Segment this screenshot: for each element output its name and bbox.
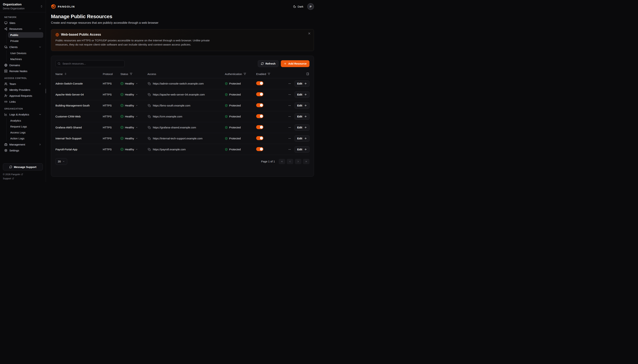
edit-label: Edit xyxy=(297,104,302,107)
sort-name-button[interactable] xyxy=(64,72,67,76)
status-dropdown[interactable]: Healthy xyxy=(120,137,138,140)
row-menu-button[interactable] xyxy=(287,125,292,130)
add-resource-button[interactable]: Add Resource xyxy=(281,60,309,67)
chevron-down-icon xyxy=(136,148,138,150)
enabled-toggle[interactable] xyxy=(256,136,263,140)
sidebar-resize-handle[interactable] xyxy=(45,89,46,93)
sidebar-item-links[interactable]: Links xyxy=(3,99,43,105)
sidebar-item-public[interactable]: Public xyxy=(8,32,43,38)
copy-url-button[interactable] xyxy=(147,137,151,140)
status-dropdown[interactable]: Healthy xyxy=(120,82,138,85)
status-dropdown[interactable]: Healthy xyxy=(120,126,138,129)
first-page-button[interactable] xyxy=(279,159,285,164)
enabled-toggle[interactable] xyxy=(256,147,263,151)
filter-authentication-button[interactable] xyxy=(243,72,246,76)
row-actions: Edit xyxy=(285,124,309,131)
last-page-button[interactable] xyxy=(303,159,309,164)
table-body: Admin-Switch-Console HTTPS Healthy xyxy=(56,78,309,155)
prev-page-button[interactable] xyxy=(287,159,293,164)
external-link-icon xyxy=(21,173,23,175)
page-size-select[interactable]: 20 xyxy=(56,158,67,165)
edit-button[interactable]: Edit xyxy=(294,135,309,142)
resource-url[interactable]: https://internal-tech-support.example.co… xyxy=(153,137,202,140)
status-dropdown[interactable]: Healthy xyxy=(120,93,138,96)
enabled-toggle[interactable] xyxy=(256,103,263,107)
sidebar-item-approval-requests[interactable]: Approval Requests xyxy=(3,93,43,99)
sidebar-item-user-devices[interactable]: User Devices xyxy=(8,50,43,56)
status-dropdown[interactable]: Healthy xyxy=(120,148,138,151)
filter-enabled-button[interactable] xyxy=(267,72,270,76)
enabled-toggle[interactable] xyxy=(256,114,263,118)
copy-url-button[interactable] xyxy=(147,104,151,107)
resource-url[interactable]: https://bms-south.example.com xyxy=(153,104,190,107)
banner-close-button[interactable] xyxy=(308,32,311,36)
copyright-link[interactable]: © 2026 Pangolin xyxy=(3,173,43,176)
sidebar-item-action-logs[interactable]: Action Logs xyxy=(8,136,43,141)
org-name: Demo Organization xyxy=(3,7,39,10)
org-switcher[interactable]: Organization Demo Organization xyxy=(0,0,46,12)
resource-protocol: HTTPS xyxy=(103,93,120,96)
filter-status-button[interactable] xyxy=(129,72,133,76)
row-menu-button[interactable] xyxy=(287,82,292,86)
sidebar-item-sites[interactable]: Sites xyxy=(3,20,43,26)
chevrons-left-icon xyxy=(281,160,283,163)
shield-check-icon xyxy=(225,104,228,107)
enabled-toggle[interactable] xyxy=(256,92,263,96)
status-dropdown[interactable]: Healthy xyxy=(120,104,138,107)
message-support-button[interactable]: Message Support xyxy=(3,163,43,170)
row-menu-button[interactable] xyxy=(287,114,292,119)
page-subtitle: Create and manage resources that are pub… xyxy=(51,21,314,24)
row-menu-button[interactable] xyxy=(287,147,292,152)
copy-url-button[interactable] xyxy=(147,115,151,118)
sidebar-item-domains[interactable]: Domains xyxy=(3,62,43,68)
sidebar-item-private[interactable]: Private xyxy=(8,38,43,44)
sidebar-item-clients[interactable]: Clients xyxy=(3,44,43,50)
support-link[interactable]: Support xyxy=(3,177,43,180)
status-dropdown[interactable]: Healthy xyxy=(120,115,138,118)
row-menu-button[interactable] xyxy=(287,104,292,108)
resource-url[interactable]: https://payroll.example.com xyxy=(153,148,186,151)
edit-button[interactable]: Edit xyxy=(294,124,309,131)
status-label: Healthy xyxy=(125,115,134,118)
header-protocol: Protocol xyxy=(103,72,120,76)
row-menu-button[interactable] xyxy=(287,136,292,141)
edit-button[interactable]: Edit xyxy=(294,91,309,98)
message-support-label: Message Support xyxy=(14,166,36,168)
search-input[interactable] xyxy=(56,60,125,67)
sidebar-item-management[interactable]: Management xyxy=(3,142,43,148)
enabled-toggle[interactable] xyxy=(256,81,263,85)
resource-url[interactable]: https://crm.example.com xyxy=(153,115,182,118)
resource-name: Building-Management-South xyxy=(56,104,103,107)
shield-check-icon xyxy=(225,82,228,85)
user-avatar[interactable]: P xyxy=(307,3,314,10)
resource-url[interactable]: https://grafana-shared.example.com xyxy=(153,126,196,129)
copy-url-button[interactable] xyxy=(147,82,151,86)
edit-button[interactable]: Edit xyxy=(294,80,309,87)
refresh-button[interactable]: Refresh xyxy=(258,60,278,67)
sidebar-item-request-logs[interactable]: Request Logs xyxy=(8,124,43,129)
sidebar-item-logs-analytics[interactable]: Logs & Analytics xyxy=(3,112,43,118)
copy-url-button[interactable] xyxy=(147,93,151,96)
resource-url[interactable]: https://admin-console-switch.example.com xyxy=(153,82,204,85)
sidebar-item-identity-providers[interactable]: Identity Providers xyxy=(3,87,43,93)
sidebar-item-remote-nodes[interactable]: Remote Nodes xyxy=(3,68,43,74)
edit-button[interactable]: Edit xyxy=(294,113,309,120)
column-settings-button[interactable] xyxy=(306,72,309,76)
edit-button[interactable]: Edit xyxy=(294,102,309,109)
shield-check-icon xyxy=(225,137,228,140)
resource-url[interactable]: https://apache-web-server-04.example.com xyxy=(153,93,205,96)
copy-url-button[interactable] xyxy=(147,148,151,151)
edit-button[interactable]: Edit xyxy=(294,146,309,153)
row-menu-button[interactable] xyxy=(287,92,292,97)
sidebar-item-resources[interactable]: Resources xyxy=(3,26,43,32)
sidebar-item-team[interactable]: Team xyxy=(3,81,43,87)
sidebar-item-analytics[interactable]: Analytics xyxy=(8,118,43,123)
theme-toggle[interactable]: Dark xyxy=(293,5,303,8)
sidebar-item-machines[interactable]: Machines xyxy=(8,56,43,62)
enabled-toggle[interactable] xyxy=(256,125,263,129)
copy-url-button[interactable] xyxy=(147,126,151,129)
sidebar-item-access-logs[interactable]: Access Logs xyxy=(8,130,43,135)
chevron-down-icon xyxy=(136,126,138,128)
sidebar-item-settings[interactable]: Settings xyxy=(3,148,43,154)
next-page-button[interactable] xyxy=(295,159,301,164)
